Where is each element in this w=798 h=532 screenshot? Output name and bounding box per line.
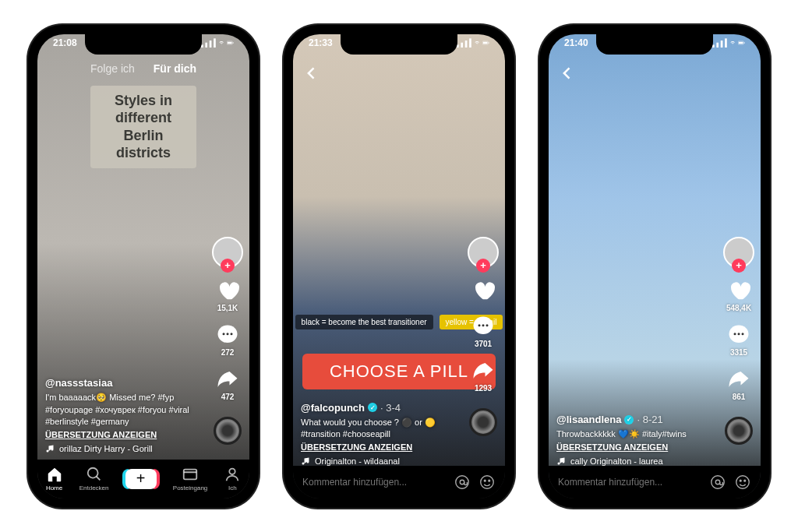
engagement-rail: 548,4K 3315 861 [723,237,754,445]
notch [341,34,457,55]
creator-avatar[interactable] [723,237,754,268]
like-count: 15,1K [217,304,238,312]
phone-mockup-2: 21:33 black = become the best transition… [284,25,514,508]
sound-label: Originalton - wildaanal [315,456,400,466]
svg-rect-15 [461,42,463,48]
create-button[interactable]: + [125,469,157,489]
back-button[interactable] [304,65,320,84]
battery-icon [482,39,489,47]
sound-row[interactable]: cally Originalton - laurea [556,456,714,466]
share-count: 472 [221,393,235,401]
heart-icon [216,279,239,302]
post-date: · 8-21 [637,414,662,425]
sound-label: orillaz Dirty Harry - Gorill [59,444,153,453]
nav-home[interactable]: Home [46,466,63,491]
wifi-icon [730,39,735,47]
screen: 21:08 Folge ich Für dich Styles in diffe… [37,34,249,499]
svg-rect-35 [739,41,743,43]
sound-disc[interactable] [214,417,242,445]
phone-mockup-1: 21:08 Folge ich Für dich Styles in diffe… [28,25,259,508]
svg-point-29 [489,480,490,481]
chevron-left-icon [560,65,575,81]
comment-button[interactable]: 272 [216,323,239,357]
translate-link[interactable]: ÜBERSETZUNG ANZEIGEN [45,430,203,439]
creator-avatar[interactable] [212,237,243,268]
comment-button[interactable]: 3701 [471,315,495,348]
back-button[interactable] [560,65,575,84]
svg-rect-19 [483,41,488,43]
translate-link[interactable]: ÜBERSETZUNG ANZEIGEN [556,442,714,452]
post-date: · 3-4 [380,402,401,414]
comment-count: 3701 [475,340,492,348]
emoji-icon[interactable] [478,474,496,491]
username[interactable]: @lisaandlena ✓ · 8-21 [556,414,714,425]
sound-disc[interactable] [725,417,753,445]
nav-inbox[interactable]: Posteingang [173,466,207,491]
video-meta: @nassstasiaa I'm baaaaack🥺 Missed me? #f… [45,377,203,453]
share-count: 861 [733,393,746,401]
comment-input[interactable] [302,477,446,488]
comment-button[interactable]: 3315 [727,323,750,357]
share-button[interactable]: 861 [727,368,750,401]
caption: Throwbackkkkk 💙☀️ #italy#twins [556,428,714,440]
signal-icon [457,37,471,48]
wifi-icon [475,39,479,47]
svg-point-28 [484,480,486,481]
sound-row[interactable]: orillaz Dirty Harry - Gorill [45,444,203,453]
share-button[interactable]: 1293 [471,359,495,393]
svg-point-23 [482,324,485,326]
notch [596,34,713,55]
comment-bar [293,466,505,499]
like-count: 548,4K [726,304,751,312]
nav-discover[interactable]: Entdecken [79,466,109,491]
heart-icon [727,279,750,302]
svg-rect-17 [469,38,471,48]
profile-icon [224,466,241,483]
heart-icon [471,279,495,302]
svg-point-39 [738,333,740,335]
svg-rect-1 [205,42,207,48]
svg-point-24 [486,324,489,326]
svg-rect-32 [721,41,723,48]
svg-point-42 [715,480,720,484]
mention-icon[interactable] [709,474,726,491]
svg-point-26 [460,480,464,484]
nav-profile[interactable]: Ich [224,466,241,491]
share-icon [471,359,495,382]
search-icon [86,466,103,483]
sound-disc[interactable] [469,408,497,436]
home-icon [46,466,63,483]
svg-rect-36 [744,42,745,44]
verified-badge-icon: ✓ [624,415,634,425]
svg-rect-5 [228,41,232,43]
creator-avatar[interactable] [468,237,499,268]
svg-rect-3 [214,38,216,48]
comment-input[interactable] [558,477,701,488]
tab-following[interactable]: Folge ich [90,62,135,75]
emoji-icon[interactable] [734,474,751,491]
share-icon [216,368,239,391]
share-icon [727,368,750,391]
like-button[interactable]: 548,4K [726,279,751,312]
username[interactable]: @falcopunch ✓ · 3-4 [301,402,458,414]
svg-point-45 [744,480,746,481]
comment-icon [471,315,495,338]
like-button[interactable] [471,279,495,304]
screen: 21:40 548,4K 3315 861 [549,34,761,499]
svg-rect-33 [725,38,727,48]
share-button[interactable]: 472 [216,368,239,401]
mention-icon[interactable] [454,474,471,491]
comment-count: 272 [221,348,235,357]
tab-foryou[interactable]: Für dich [154,62,196,75]
status-time: 21:40 [564,37,588,48]
sound-row[interactable]: Originalton - wildaanal [301,456,458,466]
svg-point-44 [740,480,741,481]
like-button[interactable]: 15,1K [216,279,239,312]
svg-point-27 [481,475,494,488]
chevron-left-icon [304,65,320,81]
svg-point-40 [742,333,744,335]
translate-link[interactable]: ÜBERSETZUNG ANZEIGEN [301,442,458,452]
wifi-icon [219,39,224,47]
svg-point-10 [231,333,233,335]
username[interactable]: @nassstasiaa [45,377,203,389]
